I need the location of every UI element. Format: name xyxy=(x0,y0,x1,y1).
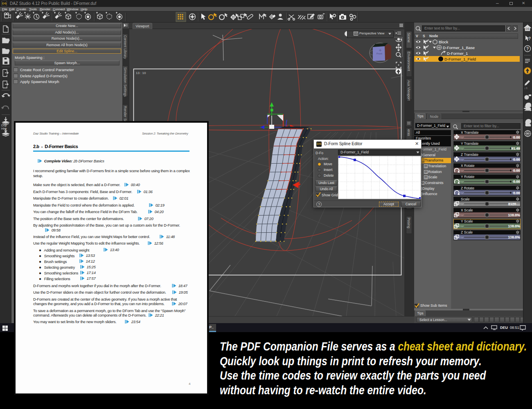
svg-text:Block: Block xyxy=(439,40,448,44)
svg-text:0.00: 0.00 xyxy=(513,135,520,139)
svg-text:0.00: 0.00 xyxy=(513,157,520,162)
svg-text:i T:: i T: xyxy=(525,87,528,90)
svg-text:?: ? xyxy=(528,36,531,41)
svg-text:0.00: 0.00 xyxy=(513,191,520,195)
svg-text:X Scale: X Scale xyxy=(461,208,473,212)
svg-text:13 : 10: 13 : 10 xyxy=(136,71,146,75)
svg-text:G: G xyxy=(422,182,424,184)
svg-text:G: G xyxy=(425,171,427,173)
svg-text:-: - xyxy=(462,225,463,228)
svg-text:-: - xyxy=(462,213,463,217)
svg-text:G: G xyxy=(422,160,424,162)
svg-text:DS: DS xyxy=(526,27,530,30)
svg-text:G: G xyxy=(425,176,427,179)
svg-text:100.0%: 100.0% xyxy=(508,213,520,217)
svg-text:-: - xyxy=(462,158,463,162)
svg-text:X Rotate: X Rotate xyxy=(461,164,475,168)
svg-text:0.00: 0.00 xyxy=(513,180,520,184)
svg-text:Y Translate: Y Translate xyxy=(461,142,479,146)
svg-text:91.49: 91.49 xyxy=(511,146,520,151)
svg-text:-: - xyxy=(462,180,463,184)
svg-text:G: G xyxy=(425,165,427,168)
svg-text:Z Translate: Z Translate xyxy=(461,153,478,157)
svg-text:-: - xyxy=(462,236,463,239)
svg-text:Front: Front xyxy=(376,52,382,55)
svg-text:-: - xyxy=(462,136,463,139)
svg-text:Y Rotate: Y Rotate xyxy=(461,175,475,179)
svg-text:8920....: 8920.... xyxy=(508,202,520,206)
svg-text:Scale: Scale xyxy=(461,197,470,201)
svg-text:D-Former_1_Base: D-Former_1_Base xyxy=(443,45,475,50)
svg-text:Y Scale: Y Scale xyxy=(461,219,473,223)
svg-text:X Translate: X Translate xyxy=(461,130,479,135)
svg-text:Z Scale: Z Scale xyxy=(461,230,473,234)
svg-text:-: - xyxy=(462,202,463,206)
svg-text:100.0%: 100.0% xyxy=(508,236,520,240)
svg-text:-: - xyxy=(462,147,463,151)
svg-text:D-Former_1: D-Former_1 xyxy=(447,51,468,56)
svg-text:?: ? xyxy=(526,47,529,51)
svg-text:D-Former_1_Field: D-Former_1_Field xyxy=(444,57,476,61)
svg-text:-: - xyxy=(462,169,463,173)
svg-text:Z Rotate: Z Rotate xyxy=(461,186,474,190)
svg-text:0.00: 0.00 xyxy=(513,169,520,173)
svg-text:100.0%: 100.0% xyxy=(508,224,520,228)
svg-text:-: - xyxy=(462,191,463,195)
